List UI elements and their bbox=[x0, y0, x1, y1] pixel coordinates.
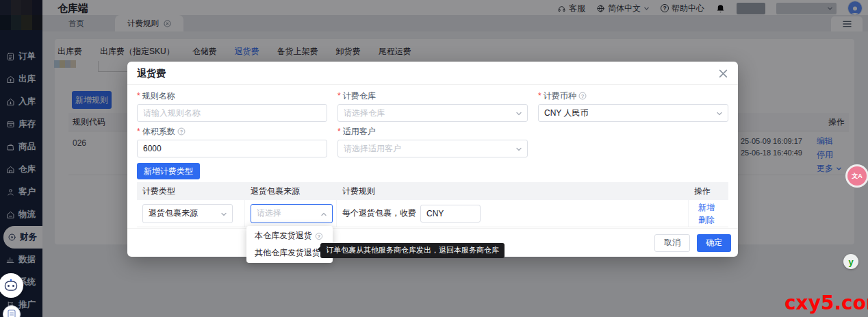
select-placeholder: 请选择 bbox=[257, 207, 281, 219]
help-question-icon[interactable] bbox=[316, 232, 322, 239]
billing-warehouse-select[interactable]: 请选择仓库 bbox=[337, 104, 528, 122]
translate-icon: 文A bbox=[852, 172, 863, 181]
monitor-fab-button[interactable]: y bbox=[843, 254, 858, 269]
select-value: 退货包裹来源 bbox=[149, 207, 198, 219]
add-row-link[interactable]: 新增 bbox=[698, 202, 715, 213]
chevron-down-icon bbox=[515, 146, 522, 153]
fee-row-actions: 新增 删除 bbox=[694, 202, 715, 225]
help-question-icon[interactable] bbox=[578, 92, 586, 100]
translate-fab-button[interactable]: 文A bbox=[847, 166, 867, 186]
field-volume-factor: 体积系数 bbox=[137, 126, 327, 157]
cancel-button[interactable]: 取消 bbox=[654, 234, 690, 252]
document-icon bbox=[8, 309, 16, 317]
select-value: CNY 人民币 bbox=[544, 107, 588, 119]
close-icon[interactable] bbox=[718, 68, 728, 79]
option-local-warehouse[interactable]: 本仓库发货退货 bbox=[246, 227, 333, 244]
option-label: 本仓库发货退货 bbox=[255, 230, 312, 242]
package-source-select[interactable]: 请选择 bbox=[251, 204, 333, 223]
app-window: 订单 出库 入库 库存 商品 仓库 bbox=[0, 0, 868, 317]
fee-type-table: 计费类型 退货包裹来源 计费规则 操作 退货包裹来源 请选择 bbox=[137, 182, 728, 227]
volume-factor-input[interactable] bbox=[143, 144, 321, 153]
rule-name-input[interactable] bbox=[143, 108, 321, 118]
chevron-down-icon bbox=[515, 110, 522, 117]
billing-rule-text: 每个退货包裹，收费 bbox=[342, 207, 416, 219]
dialog-body: 规则名称 计费仓库 请选择仓库 计费币种 bbox=[127, 85, 738, 227]
watermark: cxy5.com bbox=[784, 292, 868, 314]
volume-factor-label: 体积系数 bbox=[137, 126, 175, 138]
option-label: 其他仓库发货退货 bbox=[255, 247, 320, 259]
applicable-customer-select[interactable]: 请选择适用客户 bbox=[337, 140, 528, 157]
delete-row-link[interactable]: 删除 bbox=[698, 214, 715, 225]
field-billing-warehouse: 计费仓库 请选择仓库 bbox=[337, 90, 528, 122]
fee-type-row: 退货包裹来源 请选择 每个退货包裹，收费 CNY bbox=[137, 200, 728, 227]
fee-type-select[interactable]: 退货包裹来源 bbox=[142, 204, 233, 223]
assistant-y-icon: y bbox=[848, 257, 853, 267]
chevron-up-icon bbox=[320, 211, 327, 218]
amount-input[interactable]: CNY bbox=[420, 205, 481, 223]
robot-icon bbox=[3, 279, 18, 292]
help-question-icon[interactable] bbox=[177, 128, 185, 136]
chevron-down-icon bbox=[220, 211, 227, 218]
billing-currency-label: 计费币种 bbox=[538, 90, 576, 102]
field-billing-currency: 计费币种 CNY 人民币 bbox=[538, 90, 728, 122]
col-billing-rule: 计费规则 bbox=[337, 186, 689, 197]
billing-currency-select[interactable]: CNY 人民币 bbox=[538, 104, 728, 122]
applicable-customer-label: 适用客户 bbox=[337, 126, 376, 138]
dialog-title: 退货费 bbox=[127, 62, 738, 85]
chevron-down-icon bbox=[716, 110, 723, 117]
rule-name-label: 规则名称 bbox=[137, 90, 175, 102]
tooltip: 订单包裹从其他服务商仓库发出，退回本服务商仓库 bbox=[320, 243, 505, 258]
currency-label: CNY bbox=[426, 209, 444, 218]
add-fee-type-button[interactable]: 新增计费类型 bbox=[137, 163, 200, 179]
select-placeholder: 请选择仓库 bbox=[344, 107, 385, 119]
confirm-button[interactable]: 确定 bbox=[697, 234, 731, 252]
billing-warehouse-label: 计费仓库 bbox=[337, 90, 376, 102]
col-package-source: 退货包裹来源 bbox=[245, 186, 337, 197]
field-applicable-customer: 适用客户 请选择适用客户 bbox=[337, 126, 528, 157]
col-action: 操作 bbox=[689, 186, 728, 197]
fee-type-table-header: 计费类型 退货包裹来源 计费规则 操作 bbox=[137, 182, 728, 200]
field-rule-name: 规则名称 bbox=[137, 90, 327, 122]
return-fee-dialog: 退货费 规则名称 计费仓库 请选择仓库 bbox=[127, 62, 738, 257]
col-fee-type: 计费类型 bbox=[137, 186, 245, 197]
select-placeholder: 请选择适用客户 bbox=[344, 143, 401, 155]
